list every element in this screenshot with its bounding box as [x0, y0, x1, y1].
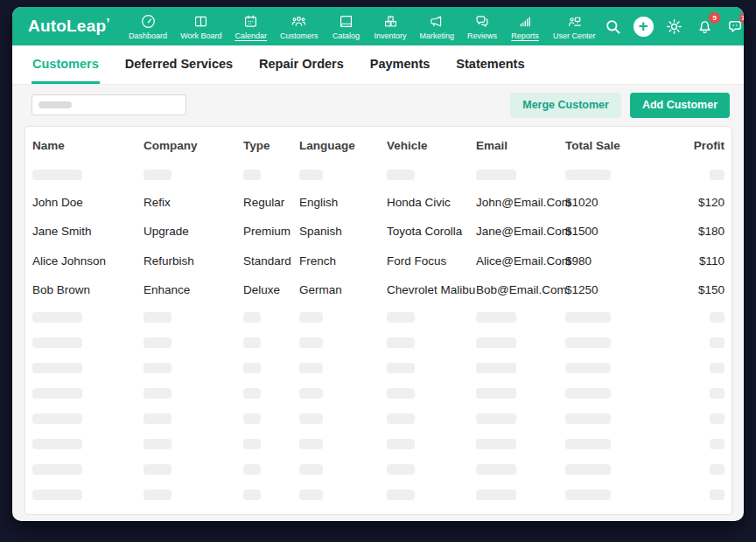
- tab-customers[interactable]: Customers: [32, 45, 100, 84]
- tab-deferred-services[interactable]: Deferred Services: [124, 45, 234, 84]
- reviews-icon: [473, 13, 491, 30]
- skeleton-bar: [565, 363, 611, 373]
- cell-total-sale: $980: [565, 254, 648, 268]
- column-header-language[interactable]: Language: [299, 139, 387, 152]
- nav-item-marketing[interactable]: Marketing: [413, 11, 461, 42]
- cell-email: Alice@Email.Com: [476, 254, 565, 268]
- skeleton-bar: [243, 363, 261, 373]
- cell-language: English: [299, 196, 387, 209]
- column-header-name[interactable]: Name: [32, 139, 144, 152]
- column-header-type[interactable]: Type: [243, 139, 299, 152]
- skeleton-bar: [565, 312, 611, 323]
- input-loading-skeleton: [38, 101, 72, 108]
- merge-customer-button[interactable]: Merge Customer: [510, 93, 621, 118]
- skeleton-bar: [144, 464, 172, 475]
- skeleton-bar: [710, 490, 724, 500]
- column-header-vehicle[interactable]: Vehicle: [387, 139, 476, 152]
- column-header-company[interactable]: Company: [144, 139, 243, 152]
- notification-badge: 5: [709, 12, 720, 24]
- skeleton-bar: [243, 337, 261, 348]
- skeleton-bar: [476, 312, 516, 323]
- skeleton-bar: [476, 388, 516, 399]
- skeleton-row: [32, 457, 724, 483]
- cell-company: Refix: [144, 196, 243, 209]
- skeleton-bar: [476, 439, 516, 449]
- skeleton-bar: [476, 170, 516, 180]
- cell-vehicle: Honda Civic: [387, 196, 476, 209]
- cell-name: Bob Brown: [32, 283, 144, 296]
- skeleton-bar: [710, 312, 724, 323]
- skeleton-bar: [476, 413, 516, 424]
- table-row[interactable]: John Doe Refix Regular English Honda Civ…: [32, 188, 724, 218]
- nav-item-calendar[interactable]: Calendar: [228, 11, 274, 42]
- cell-email: Bob@Email.Com: [476, 283, 565, 296]
- marketing-icon: [428, 13, 445, 30]
- customers-icon: [290, 13, 308, 30]
- skeleton-bar: [243, 312, 261, 323]
- tab-statements[interactable]: Statements: [455, 45, 525, 84]
- column-header-email[interactable]: Email: [476, 139, 565, 152]
- cell-name: Alice Johnson: [32, 254, 144, 268]
- nav-item-catalog[interactable]: Catalog: [325, 11, 368, 42]
- column-header-total-sale[interactable]: Total Sale: [565, 139, 648, 152]
- column-header-profit[interactable]: Profit: [694, 139, 724, 152]
- skeleton-row: [32, 483, 724, 508]
- tab-repair-orders[interactable]: Repair Orders: [258, 45, 345, 84]
- cell-email: John@Email.Com: [476, 196, 565, 209]
- skeleton-bar: [387, 464, 415, 475]
- customer-search-input[interactable]: [32, 94, 186, 115]
- skeleton-bar: [299, 363, 323, 373]
- skeleton-bar: [144, 337, 172, 348]
- skeleton-bar: [710, 413, 724, 424]
- settings-gear-icon[interactable]: [663, 15, 684, 38]
- inventory-icon: [382, 13, 399, 30]
- skeleton-bar: [243, 388, 261, 399]
- skeleton-bar: [710, 363, 724, 373]
- skeleton-bar: [476, 363, 516, 373]
- app-logo: AutoLeap’: [28, 17, 110, 36]
- skeleton-bar: [32, 170, 82, 180]
- table-row[interactable]: Jane Smith Upgrade Premium Spanish Toyot…: [32, 217, 724, 247]
- cell-name: Jane Smith: [32, 225, 144, 238]
- logo-text: AutoLeap: [28, 17, 106, 35]
- skeleton-bar: [299, 490, 323, 500]
- cell-type: Deluxe: [243, 283, 299, 296]
- skeleton-bar: [32, 363, 82, 373]
- add-customer-button[interactable]: Add Customer: [630, 93, 730, 118]
- table-row[interactable]: Bob Brown Enhance Deluxe German Chevrole…: [32, 275, 724, 305]
- messages-chat-icon[interactable]: 74: [724, 15, 744, 38]
- skeleton-bar: [32, 388, 82, 399]
- nav-item-reviews[interactable]: Reviews: [461, 11, 504, 42]
- quick-add-button[interactable]: +: [633, 15, 654, 38]
- skeleton-bar: [710, 439, 724, 449]
- nav-item-inventory[interactable]: Inventory: [368, 11, 413, 42]
- nav-item-dashboard[interactable]: Dashboard: [122, 11, 174, 42]
- search-icon[interactable]: [602, 15, 623, 38]
- skeleton-row: [32, 356, 724, 381]
- skeleton-row: [32, 305, 724, 330]
- cell-type: Standard: [243, 254, 299, 268]
- skeleton-bar: [144, 363, 172, 373]
- skeleton-bar: [299, 170, 323, 180]
- skeleton-bar: [32, 464, 82, 475]
- cell-total-sale: $1500: [565, 225, 648, 238]
- skeleton-bar: [710, 464, 724, 475]
- nav-item-user-center[interactable]: User Center: [547, 11, 603, 42]
- skeleton-bar: [387, 337, 415, 348]
- tab-payments[interactable]: Payments: [369, 45, 431, 84]
- skeleton-bar: [243, 170, 261, 180]
- cell-company: Refurbish: [144, 254, 243, 268]
- skeleton-bar: [144, 439, 172, 449]
- notifications-bell-icon[interactable]: 5: [694, 15, 715, 38]
- skeleton-bar: [32, 413, 82, 424]
- nav-item-work-board[interactable]: Work Board: [174, 11, 228, 42]
- table-row[interactable]: Alice Johnson Refurbish Standard French …: [32, 247, 724, 276]
- nav-item-customers[interactable]: Customers: [274, 11, 326, 42]
- cell-vehicle: Ford Focus: [387, 254, 476, 268]
- cell-language: French: [299, 254, 387, 268]
- nav-item-reports[interactable]: Reports: [504, 11, 547, 42]
- cell-email: Jane@Email.Com: [476, 225, 565, 238]
- skeleton-bar: [299, 464, 323, 475]
- skeleton-bar: [710, 170, 724, 180]
- cell-profit: $120: [698, 196, 724, 209]
